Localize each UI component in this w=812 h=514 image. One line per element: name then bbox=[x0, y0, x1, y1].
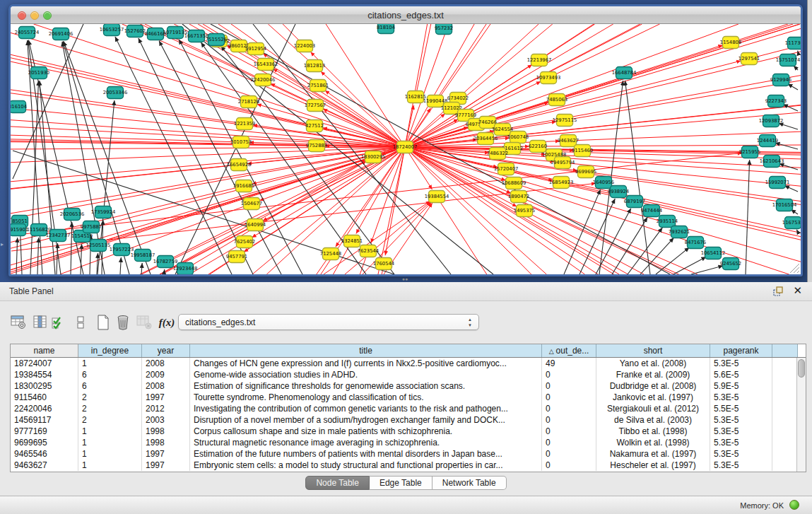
cell-title[interactable]: Corpus callosum shape and size in male p… bbox=[190, 426, 542, 437]
cell-in_degree[interactable]: 2 bbox=[78, 392, 142, 403]
cell-title[interactable]: Disruption of a novel member of a sodium… bbox=[190, 414, 542, 426]
cell-in_degree[interactable]: 1 bbox=[78, 448, 142, 460]
graph-node[interactable]: 2751861 bbox=[307, 80, 329, 92]
cell-name[interactable]: 9465546 bbox=[11, 448, 78, 460]
graph-node[interactable]: 1117304 bbox=[785, 37, 801, 49]
cell-year[interactable]: 2012 bbox=[142, 403, 190, 414]
close-panel-icon[interactable]: ✕ bbox=[793, 284, 802, 297]
table-row[interactable]: 1456911722003Disruption of a novel membe… bbox=[11, 414, 796, 426]
cell-pagerank[interactable]: 5.3E-5 bbox=[710, 426, 772, 437]
graph-node[interactable]: 818104 bbox=[377, 24, 395, 34]
tab-network-table[interactable]: Network Table bbox=[433, 476, 507, 490]
cell-in_degree[interactable]: 2 bbox=[78, 414, 142, 426]
function-builder-icon[interactable]: f(x) bbox=[157, 313, 177, 332]
cell-name[interactable]: 19384554 bbox=[11, 369, 78, 380]
table-source-dropdown[interactable]: citations_edges.txt ▲▼ bbox=[178, 314, 479, 330]
graph-node[interactable]: 6879197 bbox=[624, 196, 645, 208]
graph-node[interactable]: 1890472 bbox=[508, 191, 529, 203]
cell-out_de[interactable]: 0 bbox=[542, 380, 596, 392]
cell-year[interactable]: 2008 bbox=[142, 380, 190, 392]
graph-node[interactable]: 622160 bbox=[529, 141, 547, 153]
cell-name[interactable]: 9463627 bbox=[11, 460, 78, 471]
tab-node-table[interactable]: Node Table bbox=[305, 476, 370, 490]
citation-network-graph[interactable]: 1872400718300295193845547663822986012859… bbox=[11, 24, 801, 274]
graph-node[interactable]: 5912954 bbox=[245, 43, 266, 55]
graph-node[interactable]: 1495375 bbox=[514, 205, 535, 217]
cell-short[interactable]: Franke et al. (2009) bbox=[596, 369, 710, 380]
cell-in_degree[interactable]: 6 bbox=[78, 369, 142, 380]
cell-name[interactable]: 18300295 bbox=[11, 380, 78, 392]
graph-node[interactable]: 1916685 bbox=[233, 180, 254, 192]
graph-node[interactable]: 12213967 bbox=[527, 54, 552, 66]
graph-node[interactable]: 957232 bbox=[435, 24, 453, 35]
graph-node[interactable]: 12093872 bbox=[759, 115, 784, 127]
delete-column-icon[interactable] bbox=[113, 313, 133, 332]
graph-node[interactable]: 10653257 bbox=[100, 24, 124, 36]
cell-year[interactable]: 2009 bbox=[142, 369, 190, 380]
graph-node[interactable]: 15751074 bbox=[776, 54, 801, 66]
cell-in_degree[interactable]: 1 bbox=[78, 358, 142, 369]
cell-year[interactable]: 1997 bbox=[142, 448, 190, 460]
graph-node[interactable]: 20691406 bbox=[49, 28, 73, 40]
graph-node[interactable]: 3915901 bbox=[11, 224, 28, 236]
graph-node[interactable]: 15720407 bbox=[494, 163, 519, 175]
graph-node[interactable]: 1221359 bbox=[234, 118, 255, 130]
graph-node[interactable]: 19958187 bbox=[131, 250, 155, 262]
graph-node[interactable]: 1640994 bbox=[245, 219, 266, 231]
graph-node[interactable]: 24055724 bbox=[15, 27, 40, 39]
cell-in_degree[interactable]: 1 bbox=[78, 426, 142, 437]
create-column-icon[interactable] bbox=[93, 313, 113, 332]
cell-year[interactable]: 2003 bbox=[142, 414, 190, 426]
cell-out_de[interactable]: 0 bbox=[542, 460, 596, 471]
cell-title[interactable]: Changes of HCN gene expression and I(f) … bbox=[190, 358, 542, 369]
graph-node[interactable]: 7932621 bbox=[669, 226, 690, 238]
graph-node[interactable]: 1527602 bbox=[124, 25, 146, 37]
table-row[interactable]: 1938455462009Genome-wide association stu… bbox=[11, 369, 796, 380]
cell-year[interactable]: 1998 bbox=[142, 426, 190, 437]
graph-node[interactable]: 1154808 bbox=[720, 37, 741, 49]
row-height-icon[interactable] bbox=[71, 313, 90, 332]
memory-status-indicator[interactable] bbox=[789, 500, 799, 510]
graph-node[interactable]: 20053346 bbox=[103, 87, 128, 99]
graph-node[interactable]: 9245652 bbox=[720, 258, 741, 270]
cell-name[interactable]: 14569117 bbox=[11, 414, 78, 426]
cell-pagerank[interactable]: 5.9E-5 bbox=[710, 380, 772, 392]
cell-title[interactable]: Estimation of significance thresholds fo… bbox=[190, 380, 542, 392]
cell-in_degree[interactable]: 1 bbox=[78, 437, 142, 448]
cell-out_de[interactable]: 0 bbox=[542, 403, 596, 414]
graph-node[interactable]: 816104 bbox=[11, 101, 27, 113]
graph-node[interactable]: 7485063 bbox=[546, 94, 567, 106]
cell-year[interactable]: 1997 bbox=[142, 460, 190, 471]
cell-title[interactable]: Tourette syndrome. Phenomenology and cla… bbox=[190, 392, 542, 403]
column-header-out_de[interactable]: △out_de... bbox=[542, 344, 596, 357]
cell-out_de[interactable]: 0 bbox=[542, 369, 596, 380]
graph-node[interactable]: 1167533 bbox=[782, 217, 801, 229]
graph-node[interactable]: 7125448 bbox=[320, 248, 341, 260]
graph-node[interactable]: 8471676 bbox=[685, 237, 706, 249]
splitter-handle[interactable]: ●● bbox=[400, 277, 410, 281]
table-row[interactable]: 2242004622012Investigating the contribut… bbox=[11, 403, 796, 414]
graph-node[interactable]: 2051930 bbox=[28, 67, 49, 79]
network-window-titlebar[interactable]: citations_edges.txt bbox=[11, 6, 801, 24]
graph-node[interactable]: 8938924 bbox=[608, 186, 629, 198]
graph-node[interactable]: 9115460 bbox=[572, 145, 593, 157]
graph-node[interactable]: 7625402 bbox=[234, 236, 255, 248]
graph-node[interactable]: 12975115 bbox=[553, 115, 577, 127]
network-canvas[interactable]: 1872400718300295193845547663822986012859… bbox=[11, 24, 801, 274]
float-panel-icon[interactable] bbox=[773, 286, 784, 297]
cell-out_de[interactable]: 0 bbox=[542, 448, 596, 460]
cell-short[interactable]: Wolkin et al. (1998) bbox=[596, 437, 710, 448]
cell-in_degree[interactable]: 2 bbox=[78, 403, 142, 414]
column-header-short[interactable]: short bbox=[596, 344, 710, 357]
cell-name[interactable]: 9777169 bbox=[11, 426, 78, 437]
cell-in_degree[interactable]: 1 bbox=[78, 460, 142, 471]
cell-pagerank[interactable]: 5.3E-5 bbox=[710, 392, 772, 403]
graph-node[interactable]: 1760544 bbox=[373, 258, 394, 270]
cell-pagerank[interactable]: 5.3E-5 bbox=[710, 437, 772, 448]
table-row[interactable]: 1872400712008Changes of HCN gene express… bbox=[11, 358, 796, 369]
graph-node[interactable]: 1504677 bbox=[241, 198, 262, 210]
graph-node[interactable]: 7515526 bbox=[206, 34, 227, 46]
table-row[interactable]: 946362711997Embryonic stem cells: a mode… bbox=[11, 460, 796, 471]
graph-node[interactable]: 1224003 bbox=[294, 40, 315, 52]
cell-out_de[interactable]: 0 bbox=[542, 392, 596, 403]
